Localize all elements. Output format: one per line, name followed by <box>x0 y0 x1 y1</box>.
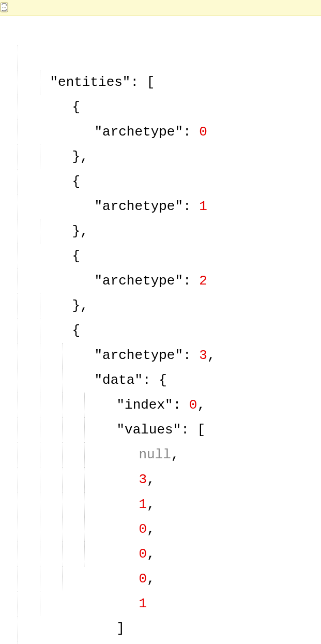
code-line[interactable]: }, <box>0 95 321 119</box>
code-line[interactable]: { <box>0 641 321 644</box>
code-line[interactable]: "archetype": 3, <box>0 293 321 318</box>
code-line[interactable]: ] <box>0 566 321 591</box>
code-line[interactable]: }, <box>0 616 321 641</box>
code-line[interactable]: { <box>0 45 321 70</box>
folded-line-highlight <box>0 0 321 16</box>
code-line[interactable]: "archetype": 2 <box>0 219 321 244</box>
fold-collapsed-icon[interactable] <box>0 1 11 13</box>
code-line[interactable]: } <box>0 591 321 616</box>
code-line[interactable]: 1 <box>0 542 321 566</box>
code-line[interactable]: 0, <box>0 492 321 517</box>
code-line[interactable]: "values": [ <box>0 368 321 393</box>
code-line[interactable]: { <box>0 119 321 144</box>
code-line[interactable]: { <box>0 268 321 293</box>
code-line[interactable]: }, <box>0 169 321 194</box>
code-line[interactable]: 0, <box>0 467 321 492</box>
svg-point-1 <box>2 7 3 8</box>
svg-point-2 <box>4 7 5 8</box>
code-line[interactable]: 1, <box>0 442 321 467</box>
code-line[interactable]: }, <box>0 244 321 268</box>
svg-point-3 <box>5 7 6 8</box>
code-line[interactable]: "index": 0, <box>0 343 321 368</box>
code-line[interactable]: "data": { <box>0 318 321 343</box>
code-line[interactable]: "entities": [ <box>0 20 321 45</box>
code-editor[interactable]: "entities": [ { "archetype": 0 }, { "arc… <box>0 16 321 644</box>
code-line[interactable]: 3, <box>0 417 321 442</box>
code-line[interactable]: 0, <box>0 517 321 542</box>
code-line[interactable]: { <box>0 194 321 219</box>
code-line[interactable]: "archetype": 0 <box>0 70 321 95</box>
code-line[interactable]: "archetype": 1 <box>0 144 321 169</box>
code-line[interactable]: null, <box>0 393 321 417</box>
